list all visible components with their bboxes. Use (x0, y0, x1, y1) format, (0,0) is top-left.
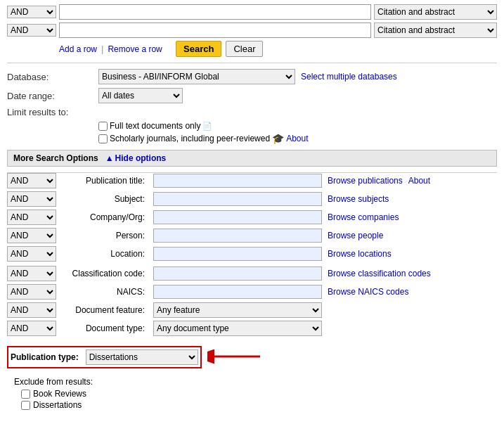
exclude-book-reviews-label[interactable]: Book Reviews (21, 389, 497, 399)
pub-title-operator[interactable]: ANDORNOT (7, 173, 56, 188)
exclude-label: Exclude from results: (14, 377, 497, 387)
exclude-dissertations-label[interactable]: Dissertations (21, 400, 497, 410)
fulltext-text: Full text documents only (110, 121, 200, 131)
remove-row-link[interactable]: Remove a row (108, 44, 162, 54)
fulltext-limit-row: Full text documents only 📄 (98, 121, 497, 131)
fulltext-label[interactable]: Full text documents only 📄 (98, 121, 212, 131)
doc-feature-select[interactable]: Any feature Charts Diagrams Graphs Maps … (153, 302, 322, 318)
location-input[interactable] (153, 247, 322, 261)
subject-input[interactable] (153, 192, 322, 206)
naics-input[interactable] (153, 285, 322, 299)
search-input-2[interactable] (59, 23, 371, 38)
database-value: Business - ABI/INFORM Global ProQuest Ce… (98, 69, 397, 84)
subject-operator[interactable]: ANDORNOT (7, 191, 56, 207)
classification-label: Classification code: (59, 269, 150, 278)
scholarly-checkbox[interactable] (98, 134, 108, 143)
browse-locations-link[interactable]: Browse locations (328, 249, 392, 259)
exclude-book-reviews-text: Book Reviews (33, 389, 86, 399)
classification-operator[interactable]: ANDORNOT (7, 266, 56, 281)
subject-row: ANDORNOT Subject: Browse subjects (7, 191, 497, 207)
advanced-rows-group2: ANDORNOT Classification code: Browse cla… (7, 266, 497, 336)
arrow-indicator (207, 346, 264, 369)
hide-options-text: Hide options (115, 153, 167, 163)
doc-feature-operator[interactable]: ANDORNOT (7, 302, 56, 318)
pub-title-input[interactable] (153, 174, 322, 188)
pub-title-label: Publication title: (59, 176, 150, 186)
database-row: Database: Business - ABI/INFORM Global P… (7, 69, 497, 84)
exclude-book-reviews-checkbox[interactable] (21, 390, 30, 399)
browse-companies-link[interactable]: Browse companies (328, 212, 399, 222)
exclude-book-reviews-row: Book Reviews (21, 389, 497, 399)
more-options-bar: More Search Options ▲ Hide options (7, 150, 497, 167)
limit-results-label: Limit results to: (7, 107, 98, 117)
fulltext-checkbox[interactable] (98, 122, 108, 131)
limit-results-label-row: Limit results to: (7, 107, 497, 117)
field-select-1[interactable]: Citation and abstract Abstract Title Aut… (374, 4, 497, 20)
field-select-2[interactable]: Citation and abstract Abstract Title Aut… (374, 23, 497, 38)
naics-label: NAICS: (59, 287, 150, 297)
options-section: Database: Business - ABI/INFORM Global P… (7, 63, 497, 144)
date-range-value: All dates Last year Last 5 years (98, 88, 183, 103)
doc-type-row: ANDORNOT Document type: Any document typ… (7, 321, 497, 336)
scholarly-text: Scholarly journals, including peer-revie… (110, 134, 270, 143)
search-button[interactable]: Search (176, 41, 221, 57)
add-row-link[interactable]: Add a row (59, 44, 97, 54)
date-range-select[interactable]: All dates Last year Last 5 years (98, 88, 183, 103)
publication-type-section: Publication type: Any publication type D… (7, 342, 497, 373)
row-actions: Add a row | Remove a row Search Clear (59, 41, 497, 57)
arrow-svg (207, 346, 264, 367)
scholarly-label[interactable]: Scholarly journals, including peer-revie… (98, 133, 308, 144)
pub-type-label: Publication type: (11, 352, 83, 362)
exclude-dissertations-checkbox[interactable] (21, 401, 30, 410)
location-label: Location: (59, 249, 150, 259)
company-row: ANDORNOT Company/Org: Browse companies (7, 210, 497, 225)
search-row-1: AND OR NOT Citation and abstract Abstrac… (7, 4, 497, 20)
classification-input[interactable] (153, 266, 322, 281)
exclude-dissertations-row: Dissertations (21, 400, 497, 410)
hide-options-link[interactable]: ▲ Hide options (105, 153, 167, 163)
fulltext-icon: 📄 (202, 122, 212, 131)
browse-people-link[interactable]: Browse people (328, 231, 383, 240)
company-label: Company/Org: (59, 212, 150, 222)
person-input[interactable] (153, 229, 322, 243)
person-operator[interactable]: ANDORNOT (7, 228, 56, 243)
search-input-1[interactable] (59, 4, 371, 20)
select-multiple-databases-link[interactable]: Select multiple databases (301, 72, 397, 82)
operator-select-1[interactable]: AND OR NOT (7, 6, 56, 18)
doc-type-select[interactable]: Any document type Article Book review Co… (153, 321, 322, 336)
location-operator[interactable]: ANDORNOT (7, 246, 56, 262)
scholarly-limit-row: Scholarly journals, including peer-revie… (98, 133, 497, 144)
pub-title-about-link[interactable]: About (408, 176, 430, 186)
more-options-label: More Search Options (13, 153, 98, 163)
person-label: Person: (59, 231, 150, 240)
browse-subjects-link[interactable]: Browse subjects (328, 194, 389, 204)
clear-button[interactable]: Clear (226, 41, 263, 57)
naics-row: ANDORNOT NAICS: Browse NAICS codes (7, 284, 497, 300)
doc-type-operator[interactable]: ANDORNOT (7, 321, 56, 336)
separator: | (101, 44, 103, 54)
pub-type-box: Publication type: Any publication type D… (7, 346, 202, 368)
person-row: ANDORNOT Person: Browse people (7, 228, 497, 243)
subject-label: Subject: (59, 194, 150, 204)
date-range-label: Date range: (7, 91, 98, 101)
doc-feature-label: Document feature: (59, 305, 150, 315)
doc-feature-row: ANDORNOT Document feature: Any feature C… (7, 302, 497, 318)
naics-operator[interactable]: ANDORNOT (7, 284, 56, 300)
scholarly-about-link[interactable]: About (286, 134, 308, 143)
pub-type-select[interactable]: Any publication type Dissertations Journ… (86, 349, 198, 365)
location-row: ANDORNOT Location: Browse locations (7, 246, 497, 262)
exclude-results-section: Exclude from results: Book Reviews Disse… (14, 377, 497, 410)
caret-up-icon: ▲ (105, 153, 114, 163)
browse-classification-link[interactable]: Browse classification codes (328, 269, 431, 278)
company-input[interactable] (153, 210, 322, 224)
date-range-row: Date range: All dates Last year Last 5 y… (7, 88, 497, 103)
database-label: Database: (7, 72, 98, 82)
doc-type-label: Document type: (59, 323, 150, 333)
database-select[interactable]: Business - ABI/INFORM Global ProQuest Ce… (98, 69, 295, 84)
graduation-cap-icon: 🎓 (272, 133, 284, 144)
browse-naics-link[interactable]: Browse NAICS codes (328, 287, 408, 297)
advanced-rows-group1: ANDORNOT Publication title: Browse publi… (7, 172, 497, 262)
company-operator[interactable]: ANDORNOT (7, 210, 56, 225)
operator-select-2[interactable]: AND OR NOT (7, 24, 56, 37)
browse-publications-link[interactable]: Browse publications (328, 176, 403, 186)
